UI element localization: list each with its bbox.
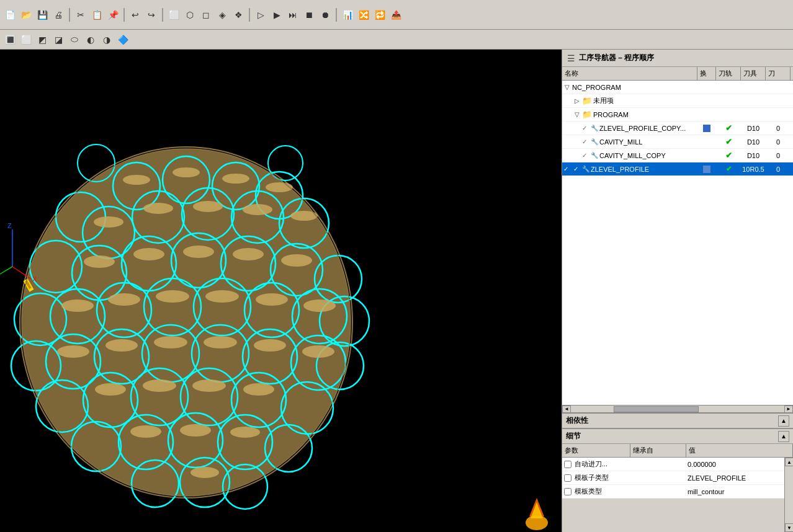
tool1-btn[interactable]: ⬜: [166, 7, 181, 22]
cell-name-cavity-mill-copy: ✓ 🔧 CAVITY_MILL_COPY: [562, 152, 697, 159]
stop-btn[interactable]: ⏹: [302, 7, 316, 22]
skip-btn[interactable]: ⏭: [285, 7, 300, 22]
open-btn[interactable]: 📂: [19, 7, 34, 22]
tool5-btn[interactable]: ❖: [231, 7, 246, 22]
expand-icon[interactable]: ▽: [563, 84, 571, 91]
detail-check3[interactable]: [562, 488, 573, 495]
repeat-btn[interactable]: 🔁: [372, 7, 387, 22]
dep-panel: 相依性 ▲: [562, 412, 793, 428]
tool4-btn[interactable]: ◈: [215, 7, 230, 22]
op-icon-cavity-copy: 🔧: [591, 152, 598, 159]
table-row[interactable]: ✓ 🔧 CAVITY_MILL_COPY ✔ D10 0: [562, 149, 793, 162]
cell-name-unused: ▷ 📁 未用项: [562, 96, 697, 105]
dep-title: 相依性: [566, 415, 588, 426]
checkmark-icon: ✔: [725, 123, 732, 133]
detail-scroll-down-btn[interactable]: ▼: [785, 523, 793, 532]
list-item[interactable]: 模板类型 mill_contour: [562, 485, 784, 499]
dep-collapse-btn[interactable]: ▲: [778, 415, 789, 427]
detail-scroll-up-btn[interactable]: ▲: [785, 458, 793, 466]
zlevel-copy-label: ZLEVEL_PROFILE_COPY...: [599, 125, 686, 132]
cell-name-zlevel: ✓ ✓ 🔧 ZLEVEL_PROFILE: [562, 166, 697, 173]
unused-label: 未用项: [593, 96, 614, 105]
sep3: [162, 8, 163, 22]
play-all-btn[interactable]: ▶: [269, 7, 284, 22]
save-btn[interactable]: 💾: [35, 7, 50, 22]
scroll-track[interactable]: [571, 406, 784, 412]
view-btn1[interactable]: 🔳: [2, 32, 17, 47]
detail-collapse-btn[interactable]: ▲: [778, 431, 789, 442]
play-btn[interactable]: ▷: [253, 7, 268, 22]
main-area: Z X Y: [0, 50, 793, 532]
checkbox3[interactable]: [564, 488, 571, 495]
tool2-btn[interactable]: ⬡: [182, 7, 197, 22]
view-btn6[interactable]: ◐: [83, 32, 98, 47]
view-btn4[interactable]: ◪: [51, 32, 66, 47]
scroll-right-btn[interactable]: ►: [784, 406, 793, 413]
shuffle-btn[interactable]: 🔀: [356, 7, 371, 22]
viewport[interactable]: Z X Y: [0, 50, 562, 532]
view-btn8[interactable]: 🔷: [115, 32, 130, 47]
table-row[interactable]: ▽ 📁 PROGRAM: [562, 108, 793, 122]
chart-btn[interactable]: 📊: [340, 7, 355, 22]
check-sel2-icon: ✓: [573, 166, 581, 172]
print-btn[interactable]: 🖨: [51, 7, 66, 22]
checkmark-cavity-copy-icon: ✔: [725, 151, 732, 160]
svg-point-54: [222, 174, 249, 184]
table-row[interactable]: ✓ 🔧 CAVITY_MILL ✔ D10 0: [562, 135, 793, 149]
scroll-thumb[interactable]: [614, 406, 699, 412]
dth-value: 值: [686, 444, 793, 457]
viewport-mascot: [512, 495, 562, 532]
th-extra: 刀: [766, 67, 791, 80]
view-btn5[interactable]: ⬭: [67, 32, 82, 47]
expand-program-icon[interactable]: ▽: [573, 111, 581, 118]
new-btn[interactable]: 📄: [2, 7, 17, 22]
tool3-btn[interactable]: ◻: [199, 7, 213, 22]
expand-unused-icon[interactable]: ▷: [573, 97, 581, 105]
paste-btn[interactable]: 📌: [105, 7, 120, 22]
list-item[interactable]: 自动进刀... 0.000000: [562, 458, 784, 471]
detail-rows: 自动进刀... 0.000000 模板子类型 ZLEVEL_PROFILE: [562, 458, 784, 499]
list-item[interactable]: 模板子类型 ZLEVEL_PROFILE: [562, 471, 784, 485]
scroll-left-btn[interactable]: ◄: [562, 406, 571, 413]
top-toolbar: 📄 📂 💾 🖨 ✂ 📋 📌 ↩ ↪ ⬜ ⬡ ◻ ◈ ❖ ▷ ▶ ⏭ ⏹ ⏺ 📊 …: [0, 0, 793, 30]
folder-icon-unused: 📁: [582, 96, 592, 105]
svg-point-57: [143, 203, 173, 214]
th-tool-path: 刀轨: [716, 67, 741, 80]
record-btn[interactable]: ⏺: [318, 7, 333, 22]
table-row[interactable]: ▽ NC_PROGRAM: [562, 81, 793, 94]
tree-scroll-bar[interactable]: ◄ ►: [562, 405, 793, 412]
table-header: 名称 换 刀轨 刀具 刀: [562, 67, 793, 81]
svg-point-63: [183, 246, 214, 258]
cell-name-nc: ▽ NC_PROGRAM: [562, 84, 697, 91]
detail-rows-wrapper[interactable]: 自动进刀... 0.000000 模板子类型 ZLEVEL_PROFILE: [562, 458, 784, 532]
detail-check1[interactable]: [562, 461, 573, 468]
svg-point-83: [180, 424, 211, 437]
checkbox2[interactable]: [564, 474, 571, 482]
view-btn2[interactable]: ⬜: [19, 32, 34, 47]
sep4: [249, 8, 250, 22]
svg-point-61: [84, 255, 115, 268]
cell-tool-zlevel: ✔: [716, 165, 741, 173]
detail-check2[interactable]: [562, 474, 573, 482]
dth-param: 参数: [562, 444, 630, 457]
checkmark-zlevel-icon: ✔: [726, 165, 732, 173]
copy-btn[interactable]: 📋: [89, 7, 104, 22]
table-row[interactable]: ▷ 📁 未用项: [562, 94, 793, 108]
svg-point-84: [230, 427, 260, 438]
table-row-selected[interactable]: ✓ ✓ 🔧 ZLEVEL_PROFILE ✔ 10R0.5 0: [562, 162, 793, 176]
undo-btn[interactable]: ↩: [128, 7, 143, 22]
cell-cutter-zlevel-copy: D10: [741, 125, 766, 132]
svg-point-73: [105, 339, 138, 352]
table-row[interactable]: ✓ 🔧 ZLEVEL_PROFILE_COPY... ✔ D10 0: [562, 122, 793, 135]
svg-point-78: [95, 383, 126, 396]
checkbox1[interactable]: [564, 461, 571, 468]
sep2: [123, 8, 125, 22]
redo-btn[interactable]: ↪: [144, 7, 159, 22]
cut-btn[interactable]: ✂: [73, 7, 88, 22]
cell-name-program: ▽ 📁 PROGRAM: [562, 110, 697, 119]
tree-area[interactable]: ▽ NC_PROGRAM ▷ 📁 未用项: [562, 81, 793, 405]
export-btn[interactable]: 📤: [388, 7, 403, 22]
view-btn3[interactable]: ◩: [35, 32, 50, 47]
view-btn7[interactable]: ◑: [99, 32, 114, 47]
svg-point-74: [154, 336, 187, 348]
